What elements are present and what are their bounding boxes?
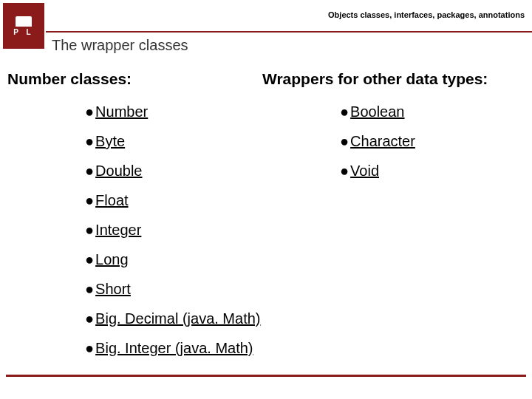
list-item: ●Big. Decimal (java. Math) bbox=[85, 308, 273, 329]
bullet-icon: ● bbox=[85, 340, 94, 356]
bullet-icon: ● bbox=[340, 133, 349, 149]
logo-shape bbox=[16, 16, 32, 27]
link-integer[interactable]: Integer bbox=[95, 222, 141, 238]
link-long[interactable]: Long bbox=[95, 251, 129, 267]
list-item: ●Integer bbox=[85, 219, 273, 240]
header-divider bbox=[46, 31, 532, 33]
bullet-icon: ● bbox=[340, 163, 349, 179]
list-item: ●Big. Integer (java. Math) bbox=[85, 338, 273, 358]
list-item: ●Double bbox=[85, 160, 273, 181]
link-character[interactable]: Character bbox=[350, 133, 415, 149]
left-heading: Number classes: bbox=[7, 70, 273, 88]
bullet-icon: ● bbox=[85, 163, 94, 179]
university-logo: P L bbox=[3, 3, 44, 49]
bullet-icon: ● bbox=[340, 103, 349, 120]
bullet-icon: ● bbox=[85, 133, 94, 149]
bullet-icon: ● bbox=[85, 310, 94, 327]
bullet-icon: ● bbox=[85, 222, 94, 238]
link-number[interactable]: Number bbox=[95, 103, 148, 120]
list-item: ●Boolean bbox=[340, 101, 532, 122]
footer-divider bbox=[6, 375, 526, 377]
link-void[interactable]: Void bbox=[350, 163, 379, 179]
left-column: Number classes: ●Number ●Byte ●Double ●F… bbox=[7, 70, 273, 367]
list-item: ●Float bbox=[85, 190, 273, 211]
list-item: ●Short bbox=[85, 279, 273, 299]
link-boolean[interactable]: Boolean bbox=[350, 103, 404, 120]
header-topic: Objects classes, interfaces, packages, a… bbox=[328, 10, 525, 20]
right-column: Wrappers for other data types: ●Boolean … bbox=[262, 70, 532, 190]
header: P L Objects classes, interfaces, package… bbox=[0, 0, 532, 52]
link-bigdecimal[interactable]: Big. Decimal (java. Math) bbox=[95, 310, 260, 327]
link-byte[interactable]: Byte bbox=[95, 133, 125, 149]
link-double[interactable]: Double bbox=[95, 163, 142, 179]
list-item: ●Byte bbox=[85, 131, 273, 151]
bullet-icon: ● bbox=[85, 281, 94, 297]
link-biginteger[interactable]: Big. Integer (java. Math) bbox=[95, 340, 253, 356]
bullet-icon: ● bbox=[85, 192, 94, 208]
right-heading: Wrappers for other data types: bbox=[262, 70, 532, 88]
link-float[interactable]: Float bbox=[95, 192, 128, 208]
bullet-icon: ● bbox=[85, 103, 94, 120]
list-item: ●Long bbox=[85, 249, 273, 270]
list-item: ●Number bbox=[85, 101, 273, 122]
link-short[interactable]: Short bbox=[95, 281, 131, 297]
list-item: ●Void bbox=[340, 160, 532, 181]
list-item: ●Character bbox=[340, 131, 532, 151]
slide-title: The wrapper classes bbox=[52, 37, 188, 54]
logo-letters: P L bbox=[13, 28, 33, 36]
bullet-icon: ● bbox=[85, 251, 94, 267]
